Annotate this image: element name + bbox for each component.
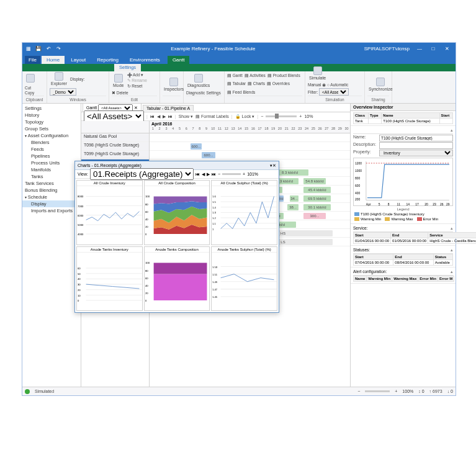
qat-redo-icon[interactable]: ↷ [55,45,62,52]
svg-text:1: 1 [212,228,214,231]
chart-zoom-slider[interactable] [222,173,241,175]
tree-node[interactable]: History [22,112,81,119]
zoom-plus[interactable]: + [299,114,302,119]
tree-node[interactable]: Tanks [22,173,81,180]
svg-text:20: 20 [424,203,428,206]
sim-mode-toggle[interactable]: Manual ◉ ○ Automatic [308,83,349,88]
rename-button[interactable]: ✎ Rename [127,78,147,83]
tree-node[interactable]: Bonus Blending [22,187,81,194]
tree-node[interactable]: Asset Configuration [22,132,81,139]
tree-node[interactable]: Group Sets [22,125,81,132]
explorer-button[interactable]: Explorer [50,71,68,86]
diag-settings-button[interactable]: Diagnostic Settings [186,91,221,95]
tree-node[interactable]: Tank Services [22,180,81,187]
gantt-bar[interactable]: 600... [202,152,215,158]
reset-button[interactable]: ↻ Reset [127,84,147,89]
property-select[interactable]: Inventory [379,150,453,156]
gantt-bar[interactable]: 34... [290,195,299,202]
view-product-blends[interactable]: ▤ Product Blends [267,73,300,78]
zoom-minus[interactable]: − [261,114,263,119]
view-feed-blends[interactable]: ▤ Feed Blends [227,90,255,95]
zoom-slider[interactable] [266,115,297,117]
svg-text:40: 40 [78,277,81,281]
delete-button[interactable]: ✖ Delete [112,91,128,96]
tree-node[interactable]: Feeds [22,146,81,153]
edit-mode-button[interactable]: Mode [112,73,125,88]
cut-button[interactable]: Cut [25,86,34,90]
file-tab[interactable]: File [25,56,40,64]
chart-cell: Anode Tanks Inventory0102030405060 [76,246,143,312]
svg-text:1.5: 1.5 [212,200,216,204]
name-field[interactable] [379,135,453,141]
view-activities[interactable]: ▤ Activities [245,73,266,78]
copy-button[interactable]: Copy [25,91,34,95]
chart-nav-last[interactable]: ⏭ [212,172,216,176]
context-tab-settings[interactable]: Settings [114,64,141,71]
format-labels-dropdown[interactable]: ▤ Format Labels [195,114,229,119]
tree-node[interactable]: Schedule [22,194,81,200]
tree-node[interactable]: Manifolds [22,166,81,173]
maximize-button[interactable]: □ [427,46,439,52]
close-button[interactable]: ✕ [441,46,453,52]
tree-node[interactable]: Process Units [22,159,81,166]
gantt-bar[interactable]: 54.8 kbbl/d [303,178,326,184]
tab-home[interactable]: Home [42,56,65,64]
svg-text:20: 20 [145,225,148,228]
view-gantt[interactable]: ▤ Gantt [227,73,243,78]
doctab-tabular[interactable]: Tabular - 01.Pipeline A [143,105,194,111]
chart-nav-first[interactable]: ⏮ [195,172,200,176]
nav-tree: SettingsHistoryTopologyGroup SetsAsset C… [22,104,81,387]
tree-node[interactable]: Blenders [22,139,81,146]
gantt-bar[interactable]: 300... [303,213,326,219]
gantt-row-label[interactable]: Natural Gas Pool [81,133,149,142]
view-tabular[interactable]: ▤ Tabular [227,81,246,86]
tree-node[interactable]: Settings [22,105,81,112]
qat-undo-icon[interactable]: ↶ [45,45,52,52]
paste-button[interactable] [25,73,36,83]
simulate-button[interactable]: Simulate [308,66,327,81]
tree-node[interactable]: Topology [22,119,81,125]
display-select[interactable]: _Demo [50,88,76,96]
nav-next-icon[interactable]: ▶ [163,114,166,119]
zoom-out-icon[interactable]: − [357,389,360,393]
svg-text:40: 40 [145,284,148,287]
svg-text:29: 29 [446,203,450,206]
tab-environments[interactable]: Environments [125,56,165,64]
gantt-bar[interactable]: 69.5 kbbl/d [303,195,331,202]
gantt-bar[interactable]: 30.1 kbbl/d [303,204,331,210]
gantt-bar[interactable]: 38... [287,204,299,210]
synchronize-button[interactable]: Synchronize [367,77,394,92]
tab-reporting[interactable]: Reporting [92,56,123,64]
nav-last-icon[interactable]: ⏭ [168,114,173,119]
qat-save-icon[interactable]: 💾 [35,45,42,52]
inspectors-button[interactable]: Inspectors [163,77,185,92]
view-overrides[interactable]: ▤ Overrides [267,81,290,86]
view-charts[interactable]: ▤ Charts [248,81,265,86]
filter-select[interactable]: <All Assets> [319,88,349,96]
minimize-button[interactable]: — [413,46,426,52]
nav-prev-icon[interactable]: ◀ [157,114,160,119]
svg-text:20: 20 [78,288,81,291]
lock-dropdown[interactable]: 🔒 Lock ▾ [235,114,255,119]
section-collapse[interactable]: ▴ [451,128,453,133]
tree-node[interactable]: Imports and Exports [22,207,81,214]
nav-first-icon[interactable]: ⏮ [150,114,155,119]
diagnostics-button[interactable]: Diagnostics [186,73,211,88]
tree-node[interactable]: Pipelines [22,153,81,159]
description-field[interactable] [379,142,453,149]
gantt-row-label[interactable]: T099 (HighS Crude Storage) [81,151,149,159]
tab-layout[interactable]: Layout [66,56,91,64]
status-zoom-slider[interactable] [365,390,390,392]
zoom-in-icon[interactable]: + [395,389,397,393]
chart-nav-prev[interactable]: ◀ [202,172,205,177]
add-button[interactable]: ➕ Add ▾ [127,73,147,78]
chart-nav-next[interactable]: ▶ [207,172,210,177]
svg-text:17: 17 [415,203,419,206]
show-dropdown[interactable]: Show ▾ [179,114,193,119]
gantt-row-label[interactable]: T098 (HighS Crude Storage) [81,142,149,151]
gantt-bar[interactable]: 600... [191,143,202,150]
svg-text:11: 11 [397,203,401,206]
charts-window-close-icon[interactable]: ✕ [272,163,276,168]
gantt-bar[interactable]: 45.4 kbbl/d [303,187,331,193]
tree-node[interactable]: Display [22,200,81,207]
